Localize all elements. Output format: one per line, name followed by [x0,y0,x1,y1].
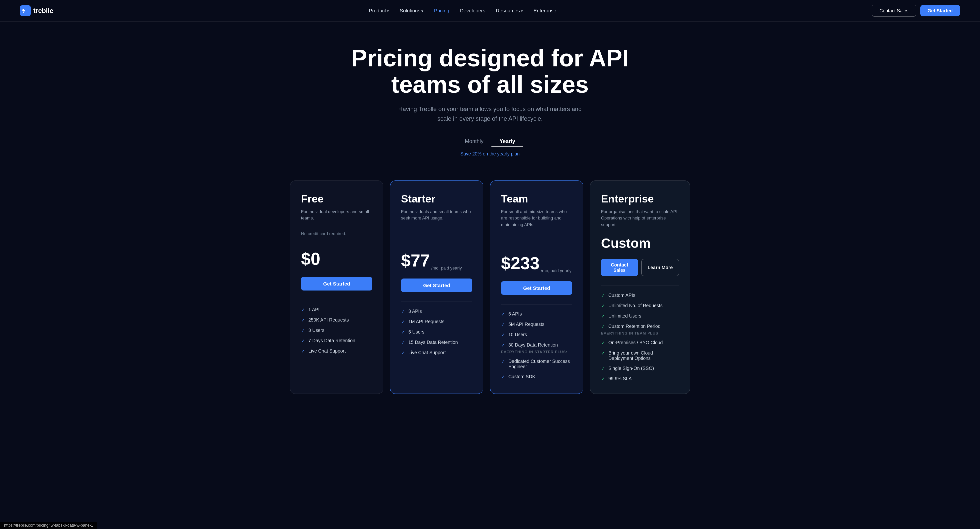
list-item: ✓ Bring your own Cloud Deployment Option… [601,350,679,361]
enterprise-ctas: Contact Sales Learn More [601,259,679,276]
starter-plan-price-block: $77 /mo, paid yearly [401,247,473,271]
check-icon: ✓ [501,332,505,338]
hero-title: Pricing designed for API teams of all si… [340,45,640,98]
starter-plan-cta[interactable]: Get Started [401,279,473,292]
check-icon: ✓ [601,340,605,346]
list-item: ✓ Custom Retention Period [601,323,679,329]
feature-label: 7 Days Data Retention [308,338,355,343]
feature-label: 3 Users [308,328,325,333]
feature-label: Bring your own Cloud Deployment Options [608,350,679,361]
enterprise-contact-sales-button[interactable]: Contact Sales [601,259,638,276]
feature-label: Custom SDK [508,374,535,379]
feature-label: 1M API Requests [408,319,444,324]
check-icon: ✓ [501,322,505,327]
team-plan-desc: For small and mid-size teams who are res… [501,209,572,228]
starter-plan-name: Starter [401,193,473,205]
hero-section: Pricing designed for API teams of all si… [0,22,980,180]
check-icon: ✓ [301,317,305,323]
check-icon: ✓ [401,309,405,314]
list-item: ✓ 3 Users [301,328,372,333]
free-plan-cta[interactable]: Get Started [301,277,372,290]
enterprise-section-label: EVERYTHING IN TEAM PLUS: [601,331,679,335]
list-item: ✓ Single Sign-On (SSO) [601,366,679,371]
feature-label: Single Sign-On (SSO) [608,366,654,371]
feature-label: Unlimited Users [608,313,641,319]
list-item: ✓ 10 Users [501,332,572,338]
list-item: ✓ 5 APIs [501,311,572,317]
starter-plan-features: ✓ 3 APIs ✓ 1M API Requests ✓ 5 Users ✓ 1… [401,309,473,355]
feature-label: 99.9% SLA [608,376,632,381]
svg-rect-0 [20,5,31,16]
monthly-toggle[interactable]: Monthly [457,136,492,147]
feature-label: Custom APIs [608,293,635,298]
status-bar: https://treblle.com/pricing#w-tabs-0-dat… [0,522,97,529]
feature-label: On-Premises / BYO Cloud [608,340,663,345]
get-started-nav-button[interactable]: Get Started [920,5,960,16]
list-item: ✓ Unlimited Users [601,313,679,319]
check-icon: ✓ [401,319,405,325]
logo[interactable]: treblle [20,5,53,16]
save-badge: Save 20% on the yearly plan [7,151,973,156]
nav-product[interactable]: Product [369,8,389,13]
team-plan-features: ✓ 5 APIs ✓ 5M API Requests ✓ 10 Users ✓ … [501,311,572,348]
free-plan-note: No credit card required. [301,231,372,236]
feature-label: Unlimited No. of Requests [608,303,663,308]
feature-label: Custom Retention Period [608,323,660,329]
team-plan-price-note: /mo, paid yearly [541,268,572,273]
nav-pricing[interactable]: Pricing [434,8,449,13]
nav-developers[interactable]: Developers [460,8,485,13]
starter-plan-desc: For individuals and small teams who seek… [401,209,473,225]
feature-label: 5M API Requests [508,322,544,327]
billing-toggle: Monthly Yearly [7,136,973,147]
check-icon: ✓ [401,350,405,355]
starter-spacer [401,231,473,238]
enterprise-plan-divider [601,285,679,286]
check-icon: ✓ [501,359,505,364]
starter-plan-price: $77 [401,252,430,269]
free-plan-divider [301,300,372,300]
check-icon: ✓ [601,324,605,329]
team-plan-extra-features: ✓ Dedicated Customer Success Engineer ✓ … [501,359,572,379]
hero-subtitle: Having Treblle on your team allows you t… [393,104,587,124]
list-item: ✓ 5M API Requests [501,322,572,327]
check-icon: ✓ [501,343,505,348]
nav-solutions[interactable]: Solutions [400,8,423,13]
feature-label: 15 Days Data Retention [408,339,458,345]
yearly-toggle[interactable]: Yearly [492,136,523,147]
list-item: ✓ 99.9% SLA [601,376,679,382]
enterprise-learn-more-button[interactable]: Learn More [641,259,679,276]
enterprise-plan-price: Custom [601,236,679,251]
list-item: ✓ 30 Days Data Retention [501,342,572,348]
starter-plan-divider [401,301,473,302]
nav-enterprise[interactable]: Enterprise [534,8,556,13]
free-plan-price-block: $0 [301,245,372,269]
check-icon: ✓ [601,351,605,356]
check-icon: ✓ [401,330,405,335]
nav-actions: Contact Sales Get Started [872,5,960,17]
check-icon: ✓ [301,338,305,344]
check-icon: ✓ [501,312,505,317]
enterprise-plan-name: Enterprise [601,193,679,205]
enterprise-plan-desc: For organisations that want to scale API… [601,209,679,228]
enterprise-extra-features: ✓ On-Premises / BYO Cloud ✓ Bring your o… [601,340,679,382]
check-icon: ✓ [301,307,305,312]
status-url: https://treblle.com/pricing#w-tabs-0-dat… [4,523,93,527]
free-plan-features: ✓ 1 API ✓ 250K API Requests ✓ 3 Users ✓ … [301,307,372,354]
contact-sales-nav-button[interactable]: Contact Sales [872,5,916,17]
feature-label: 5 Users [408,329,424,335]
feature-label: 30 Days Data Retention [508,342,558,347]
check-icon: ✓ [301,328,305,333]
team-plan-card: Team For small and mid-size teams who ar… [490,180,583,394]
feature-label: 250K API Requests [308,317,348,322]
team-plan-cta[interactable]: Get Started [501,281,572,295]
feature-label: 10 Users [508,332,527,337]
list-item: ✓ 3 APIs [401,309,473,314]
check-icon: ✓ [601,303,605,309]
free-plan-card: Free For individual developers and small… [290,180,383,394]
check-icon: ✓ [601,314,605,319]
check-icon: ✓ [301,349,305,354]
check-icon: ✓ [401,340,405,345]
nav-resources[interactable]: Resources [496,8,523,13]
logo-text: treblle [33,7,53,15]
feature-label: 3 APIs [408,309,422,314]
